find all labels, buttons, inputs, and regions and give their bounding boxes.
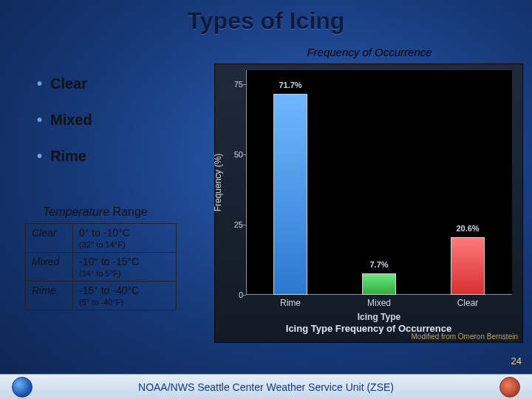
slide-title: Types of Icing [0,0,532,35]
y-axis-label: Frequency (%) [213,154,223,212]
ytick-50: 50 [234,150,243,159]
bullet-clear: Clear [37,75,207,92]
bar-label-clear: 20.6% [453,224,482,233]
bullet-mixed: Mixed [37,112,207,129]
cell-name: Clear [26,224,73,253]
bar-mixed [362,273,396,295]
footer-bar: NOAA/NWS Seattle Center Weather Service … [0,374,532,399]
y-axis-line [246,70,247,295]
cell-range: 0° to -10°C (32° to 14°F) [73,224,177,253]
ytick-75: 75 [234,80,243,89]
bullet-rime: Rime [37,148,207,165]
footer-text: NOAA/NWS Seattle Center Weather Service … [138,381,394,393]
cell-name: Rime [26,282,73,310]
frequency-chart: Frequency (%) 0 25 50 75 71.7% 7.7% 20.6… [214,64,523,343]
xcat-clear: Clear [457,298,479,308]
bar-label-rime: 71.7% [276,81,305,89]
temperature-range-heading: Temperature Range [43,205,148,219]
nws-logo-icon [499,377,520,398]
table-row: Clear 0° to -10°C (32° to 14°F) [26,224,177,253]
slide-number: 24 [511,355,522,366]
xcat-mixed: Mixed [367,298,391,308]
bar-clear [451,237,485,295]
type-bullets: Clear Mixed Rime [37,75,207,184]
cell-range: -10° to -15°C (14° to 5°F) [73,253,177,282]
xcat-rime: Rime [280,298,301,308]
chart-plot-area: Frequency (%) 0 25 50 75 71.7% 7.7% 20.6… [246,70,512,295]
bar-rime [273,94,307,295]
frequency-subtitle: Frequency of Occurrence [222,46,517,58]
noaa-logo-icon [12,377,33,398]
table-row: Mixed -10° to -15°C (14° to 5°F) [26,253,177,282]
cell-name: Mixed [26,253,73,282]
x-axis-label: Icing Type [246,312,512,322]
bar-label-mixed: 7.7% [364,260,394,269]
chart-attribution: Modified from Omeron Bernstein [411,332,518,341]
ytick-25: 25 [234,220,243,229]
table-row: Rime -15° to -40°C (5° to -40°F) [26,282,177,310]
cell-range: -15° to -40°C (5° to -40°F) [73,282,177,310]
slide: Types of Icing Frequency of Occurrence C… [0,0,532,399]
temperature-table: Clear 0° to -10°C (32° to 14°F) Mixed -1… [25,223,177,310]
